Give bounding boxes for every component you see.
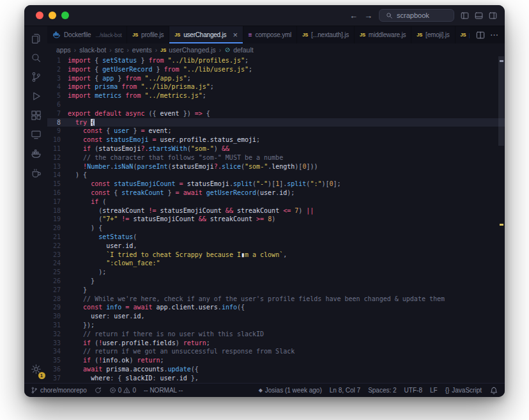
tab-userChanged.js[interactable]: JSuserChanged.js× xyxy=(169,26,243,43)
nav-back-icon[interactable]: ← xyxy=(349,11,358,20)
code-line[interactable]: 24 ":clown_face:" xyxy=(47,259,505,268)
problems-status[interactable]: 0 0 xyxy=(109,387,136,394)
tab-[...nextauth].js[interactable]: JS[...nextauth].js xyxy=(297,26,355,43)
code-line[interactable]: 20 ) { xyxy=(47,224,505,233)
minimize-window-button[interactable] xyxy=(49,12,56,19)
eol-status[interactable]: LF xyxy=(430,387,438,394)
blame-text: Josias (1 week ago) xyxy=(265,387,322,394)
code-line[interactable]: 18 (streakCount != statusEmojiCount && s… xyxy=(47,206,505,215)
line-text: import prisma from "../lib/prisma.js"; xyxy=(68,82,505,91)
line-text: // While we're here, check if any of the… xyxy=(68,295,505,304)
git-blame-status[interactable]: ◆ Josias (1 week ago) xyxy=(259,387,322,394)
tab-profile.js[interactable]: JSprofile.js xyxy=(127,26,169,43)
line-number: 17 xyxy=(47,198,68,206)
debug-icon[interactable] xyxy=(31,91,42,102)
tab-middleware.js[interactable]: JSmiddleware.js xyxy=(355,26,411,43)
encoding-status[interactable]: UTF-8 xyxy=(404,387,422,394)
code-line[interactable]: 16 const { streakCount } = await getUser… xyxy=(47,189,505,198)
code-line[interactable]: 23 `I tried to cheat Scrappy because I▮m… xyxy=(47,251,505,260)
code-line[interactable]: 27 } xyxy=(47,286,505,295)
tab-label: userChanged.js xyxy=(183,31,226,38)
code-line[interactable]: 14 ) { xyxy=(47,171,505,180)
breadcrumb-item-userChanged.js[interactable]: JSuserChanged.js xyxy=(160,46,216,54)
line-text: (streakCount != statusEmojiCount && stre… xyxy=(68,206,505,215)
code-line[interactable]: 7export default async ({ event }) => { xyxy=(47,109,505,118)
sync-status[interactable] xyxy=(95,387,102,394)
split-editor-icon[interactable] xyxy=(476,31,485,40)
tab-bar-tabs: Dockerfile.../slack-botJSprofile.jsJSuse… xyxy=(47,26,470,43)
line-text: } xyxy=(68,277,505,286)
tab-Dockerfile[interactable]: Dockerfile.../slack-bot xyxy=(47,26,127,43)
code-line[interactable]: 1import { setStatus } from "../lib/profi… xyxy=(47,56,505,65)
code-line[interactable]: 12 // the character that follows "som-" … xyxy=(47,153,505,162)
code-line[interactable]: 38 data: xyxy=(47,382,505,383)
code-line[interactable]: 2import { getUserRecord } from "../lib/u… xyxy=(47,65,505,74)
code-line[interactable]: 4import prisma from "../lib/prisma.js"; xyxy=(47,82,505,91)
code-line[interactable]: 17 if ( xyxy=(47,198,505,206)
close-tab-icon[interactable]: × xyxy=(233,31,237,39)
docker-icon[interactable] xyxy=(31,148,42,159)
code-line[interactable]: 15 const statusEmojiCount = statusEmoji.… xyxy=(47,180,505,189)
code-line[interactable]: 26 } xyxy=(47,277,505,286)
breadcrumb-item-apps[interactable]: apps xyxy=(56,46,71,54)
code-line[interactable]: 8 try { xyxy=(47,118,505,127)
language-mode-status[interactable]: {} JavaScript xyxy=(445,387,482,394)
code-line[interactable]: 6 xyxy=(47,100,505,109)
tab-posts.js[interactable]: JSposts.js xyxy=(456,26,470,43)
code-line[interactable]: 19 ("7+" != statusEmojiCount && streakCo… xyxy=(47,215,505,224)
layout-panel-icon[interactable] xyxy=(475,12,483,20)
code-line[interactable]: 33 if (!user.profile.fields) return; xyxy=(47,339,505,348)
code-line[interactable]: 5import metrics from "../metrics.js"; xyxy=(47,91,505,100)
indentation-status[interactable]: Spaces: 2 xyxy=(368,387,396,394)
explorer-icon[interactable] xyxy=(31,33,42,44)
code-line[interactable]: 36 await prisma.accounts.update({ xyxy=(47,365,505,374)
layout-secondary-sidebar-icon[interactable] xyxy=(489,12,497,20)
cursor-position-status[interactable]: Ln 8, Col 7 xyxy=(330,387,360,394)
code-line[interactable]: 28 // While we're here, check if any of … xyxy=(47,295,505,304)
js-icon: JS xyxy=(417,32,422,38)
code-line[interactable]: 22 user.id, xyxy=(47,242,505,251)
tab-compose.yml[interactable]: ≡compose.yml xyxy=(243,26,297,43)
code-line[interactable]: 30 user: user.id, xyxy=(47,312,505,321)
code-line[interactable]: 35 if (!info.ok) return; xyxy=(47,356,505,365)
code-line[interactable]: 32 // return if there is no user with th… xyxy=(47,330,505,339)
tab-[emoji].js[interactable]: JS[emoji].js xyxy=(411,26,455,43)
search-icon[interactable] xyxy=(31,52,42,63)
nav-forward-icon[interactable]: → xyxy=(364,11,372,20)
line-number: 23 xyxy=(47,251,68,260)
code-line[interactable]: 29 const info = await app.client.users.i… xyxy=(47,303,505,312)
breadcrumb-label: userChanged.js xyxy=(169,46,216,54)
remote-icon[interactable] xyxy=(31,129,42,140)
more-actions-icon[interactable]: ⋯ xyxy=(490,30,498,40)
breadcrumb-item-src[interactable]: src xyxy=(114,46,123,54)
line-text: const { user } = event; xyxy=(68,127,505,136)
coffee-icon[interactable] xyxy=(31,167,42,178)
code-line[interactable]: 31 }); xyxy=(47,321,505,330)
code-line[interactable]: 13 !Number.isNaN(parseInt(statusEmoji?.s… xyxy=(47,162,505,171)
breadcrumb-item-slack-bot[interactable]: slack-bot xyxy=(79,46,106,54)
code-line[interactable]: 11 if (statusEmoji?.startsWith("som-") &… xyxy=(47,144,505,153)
scrollbar[interactable] xyxy=(498,56,504,146)
source-control-icon[interactable] xyxy=(31,72,42,82)
close-window-button[interactable] xyxy=(36,12,43,19)
editor-area[interactable]: 1import { setStatus } from "../lib/profi… xyxy=(47,56,505,383)
breadcrumb-item-default[interactable]: default xyxy=(224,46,254,54)
code-line[interactable]: 37 where: { slackID: user.id }, xyxy=(47,374,505,383)
notifications-bell-icon[interactable] xyxy=(489,386,498,395)
line-number: 38 xyxy=(47,382,68,383)
symbol-default-icon xyxy=(224,47,231,53)
code-line[interactable]: 34 // return if we got an unsuccessful r… xyxy=(47,347,505,356)
code-line[interactable]: 25 ); xyxy=(47,268,505,277)
line-text: import { getUserRecord } from "../lib/us… xyxy=(68,65,505,74)
branch-status[interactable]: chore/monorepo xyxy=(31,387,87,394)
command-center-search[interactable]: scrapbook xyxy=(379,9,454,22)
code-line[interactable]: 3import { app } from "../app.js"; xyxy=(47,74,505,83)
manage-button[interactable]: 1 xyxy=(31,364,42,377)
code-line[interactable]: 10 const statusEmoji = user.profile.stat… xyxy=(47,136,505,144)
layout-sidebar-icon[interactable] xyxy=(461,12,469,20)
code-line[interactable]: 21 setStatus( xyxy=(47,233,505,242)
code-line[interactable]: 9 const { user } = event; xyxy=(47,127,505,136)
breadcrumb-item-events[interactable]: events xyxy=(132,46,152,54)
extensions-icon[interactable] xyxy=(31,110,42,121)
zoom-window-button[interactable] xyxy=(61,12,69,19)
